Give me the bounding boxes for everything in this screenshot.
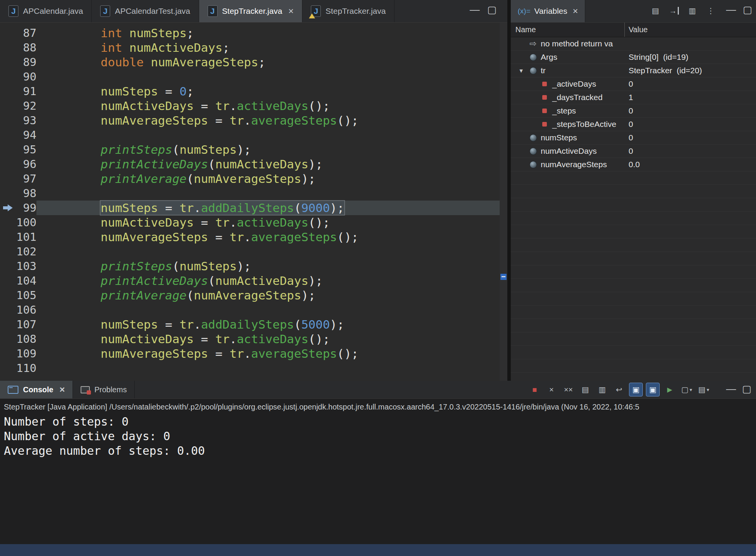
maximize-icon[interactable]: ▢ — [743, 5, 752, 15]
code-token: . — [244, 230, 251, 244]
minimize-icon[interactable]: — — [470, 5, 480, 15]
clear-console-icon[interactable]: ▤ — [578, 383, 592, 396]
show-logical-structure-icon[interactable]: → — [667, 4, 681, 18]
code-line[interactable]: 92 numActiveDays = tr.activeDays(); — [0, 99, 500, 113]
code-line[interactable]: 105 printAverage(numAverageSteps); — [0, 288, 500, 303]
editor-tab[interactable]: JAPCalendarTest.java — [92, 0, 199, 22]
code-token: averageSteps — [251, 347, 337, 360]
console-output[interactable]: Number of steps: 0Number of active days:… — [4, 415, 756, 458]
close-tab-icon[interactable]: × — [288, 6, 294, 16]
code-line[interactable]: 101 numAverageSteps = tr.averageSteps(); — [0, 230, 500, 244]
variable-row[interactable]: ArgsString[0] (id=19) — [511, 51, 756, 64]
code-line[interactable]: 94 — [0, 128, 500, 142]
code-line[interactable]: 102 — [0, 244, 500, 259]
code-line[interactable]: 110 — [0, 361, 500, 375]
code-line[interactable]: 90 — [0, 69, 500, 84]
variable-row[interactable]: _activeDays0 — [511, 77, 756, 91]
maximize-icon[interactable]: ▢ — [487, 5, 497, 15]
dropdown-arrow-icon[interactable]: ▾ — [690, 387, 692, 393]
code-line[interactable]: 106 — [0, 303, 500, 317]
close-tab-icon[interactable]: × — [573, 6, 578, 16]
variable-row[interactable]: _daysTracked1 — [511, 91, 756, 104]
code-token: = — [208, 230, 229, 244]
code-line[interactable]: 107 numSteps = tr.addDailySteps(5000); — [0, 317, 500, 332]
tab-problems[interactable]: Problems — [73, 381, 135, 398]
editor-tab-label: APCalendar.java — [23, 7, 83, 16]
column-divider[interactable] — [624, 23, 625, 37]
code-line[interactable]: 93 numAverageSteps = tr.averageSteps(); — [0, 113, 500, 128]
console-tab-label: Problems — [94, 385, 127, 394]
dropdown-arrow-icon[interactable]: ▾ — [706, 387, 709, 393]
pin-console-icon[interactable]: ▶ — [663, 383, 677, 396]
field-icon — [540, 106, 549, 115]
open-console-icon: ▤ — [698, 385, 706, 394]
code-token: printAverage — [101, 172, 187, 186]
show-console-stderr-icon[interactable]: ▣ — [646, 383, 660, 396]
word-wrap-icon[interactable]: ↩ — [612, 383, 626, 396]
minimize-icon[interactable]: — — [726, 5, 736, 15]
editor-tab[interactable]: JStepTracker.java× — [199, 0, 303, 22]
column-header-value[interactable]: Value — [629, 25, 648, 34]
code-token: numAverageSteps — [151, 55, 258, 69]
code-line[interactable]: 99 numSteps = tr.addDailySteps(9000); — [0, 201, 500, 215]
variable-row[interactable]: numActiveDays0 — [511, 145, 756, 158]
java-file-icon: J — [208, 5, 218, 17]
remove-all-launches-icon: ×× — [564, 385, 573, 394]
view-menu-icon[interactable]: ⋮ — [704, 4, 718, 18]
code-line[interactable]: 91 numSteps = 0; — [0, 84, 500, 99]
code-line[interactable]: 104 printActiveDays(numActiveDays); — [0, 273, 500, 288]
code-line[interactable]: 97 printAverage(numAverageSteps); — [0, 171, 500, 186]
code-text: int numSteps; — [36, 26, 194, 40]
remove-all-launches-icon[interactable]: ×× — [561, 383, 575, 396]
display-selected-console-icon[interactable]: ▢▾ — [680, 383, 693, 396]
code-line[interactable]: 88 int numActiveDays; — [0, 40, 500, 55]
editor-tab[interactable]: JStepTracker.java — [302, 0, 395, 22]
code-token: printSteps — [101, 143, 172, 156]
tab-console[interactable]: Console× — [0, 381, 73, 398]
variables-table[interactable]: ⇨no method return vaArgsString[0] (id=19… — [511, 37, 756, 381]
variable-row[interactable]: _steps0 — [511, 104, 756, 118]
scroll-lock-icon[interactable]: ▥ — [595, 383, 609, 396]
variable-row[interactable]: numSteps0 — [511, 131, 756, 145]
code-line[interactable]: 98 — [0, 186, 500, 201]
show-console-stdout-icon[interactable]: ▣ — [629, 383, 643, 396]
code-line[interactable]: 100 numActiveDays = tr.activeDays(); — [0, 215, 500, 230]
code-token: ); — [309, 274, 323, 288]
code-line[interactable]: 95 printSteps(numSteps); — [0, 142, 500, 157]
terminate-icon[interactable]: ■ — [528, 383, 541, 396]
show-type-names-icon[interactable]: ▤ — [649, 4, 662, 18]
overview-ruler-marker[interactable] — [500, 274, 507, 280]
tab-variables[interactable]: (x)= Variables × — [511, 0, 585, 22]
variable-row[interactable]: ▾trStepTracker (id=20) — [511, 64, 756, 77]
close-tab-icon[interactable]: × — [59, 384, 65, 395]
minimize-icon[interactable]: — — [726, 384, 736, 394]
line-number: 103 — [0, 259, 36, 273]
variables-tab-label: Variables — [534, 7, 567, 16]
panel-divider[interactable] — [507, 0, 511, 381]
variable-value: StepTracker (id=20) — [629, 66, 702, 75]
line-number: 91 — [0, 84, 36, 99]
variable-row[interactable]: ⇨no method return va — [511, 37, 756, 51]
overview-ruler[interactable] — [500, 23, 507, 381]
variable-row[interactable]: numAverageSteps0.0 — [511, 158, 756, 171]
code-line[interactable]: 103 printSteps(numSteps); — [0, 259, 500, 273]
field-icon — [540, 120, 549, 129]
collapse-all-icon[interactable]: ▥ — [685, 4, 699, 18]
code-line[interactable]: 109 numAverageSteps = tr.averageSteps(); — [0, 346, 500, 361]
code-line[interactable]: 96 printActiveDays(numActiveDays); — [0, 157, 500, 171]
console-output-line: Average number of steps: 0.00 — [4, 444, 756, 458]
remove-launch-icon[interactable]: × — [545, 383, 558, 396]
column-header-name[interactable]: Name — [515, 25, 536, 34]
code-line[interactable]: 108 numActiveDays = tr.activeDays(); — [0, 332, 500, 346]
code-line[interactable]: 87 int numSteps; — [0, 26, 500, 40]
variable-name: no method return va — [541, 39, 613, 48]
code-token — [43, 99, 101, 113]
code-area[interactable]: 87 int numSteps;88 int numActiveDays;89 … — [0, 23, 500, 381]
maximize-icon[interactable]: ▢ — [742, 384, 751, 394]
editor-tab[interactable]: JAPCalendar.java — [0, 0, 92, 22]
code-token: ; — [258, 55, 266, 69]
code-line[interactable]: 89 double numAverageSteps; — [0, 55, 500, 69]
chevron-down-icon[interactable]: ▾ — [514, 67, 528, 75]
variable-row[interactable]: _stepsToBeActive0 — [511, 118, 756, 131]
open-console-icon[interactable]: ▤▾ — [697, 383, 711, 396]
